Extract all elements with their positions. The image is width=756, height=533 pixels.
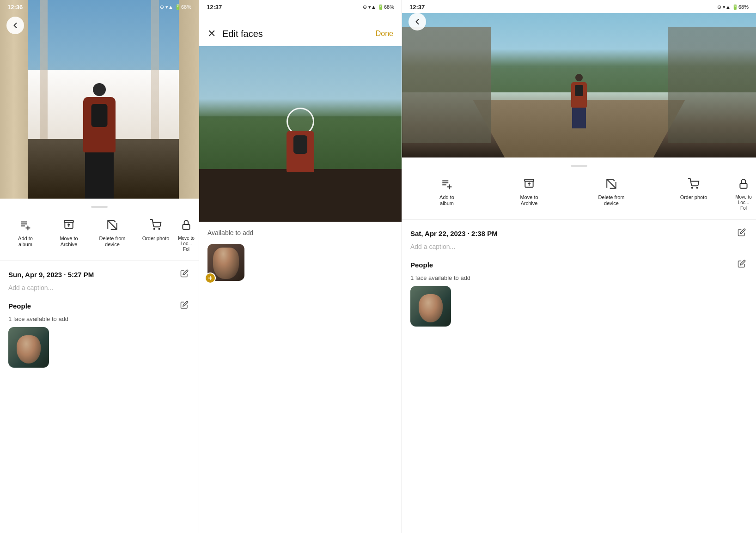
archive-icon <box>63 219 75 231</box>
people-title-1: People <box>8 302 31 310</box>
status-time-1: 12:36 <box>7 4 23 11</box>
svg-rect-4 <box>524 179 534 181</box>
people-subtitle-3: 1 face available to add <box>410 274 748 281</box>
delete-from-device-button-1[interactable]: Delete fromdevice <box>91 215 134 249</box>
playlist-add-icon-3 <box>441 178 453 190</box>
info-section-3: Sat, Apr 22, 2023 · 2:38 PM Add a captio… <box>402 220 756 331</box>
pencil-icon-1 <box>180 269 189 278</box>
bottom-sheet-1: Add toalbum Move toArchive <box>0 199 199 533</box>
status-icons-2: ⊖ ▾▲ 🔋68% <box>363 4 394 10</box>
svg-point-6 <box>697 188 698 188</box>
pencil-icon-people-1 <box>180 301 189 309</box>
svg-rect-3 <box>183 224 189 230</box>
edit-people-button-1[interactable] <box>178 299 190 313</box>
delete-from-device-label-3: Delete fromdevice <box>598 194 625 206</box>
people-section-3: People 1 face available to add <box>410 258 748 327</box>
delete-from-device-button-3[interactable]: Delete fromdevice <box>570 174 652 208</box>
face-thumbnail-1[interactable] <box>8 327 49 368</box>
face-thumbnail-3[interactable] <box>410 286 451 327</box>
photo-3 <box>402 13 756 157</box>
actions-row-3: Add toalbum Move toArchive <box>402 174 756 220</box>
lock-icon-3 <box>738 178 750 190</box>
no-sim-icon-3 <box>605 178 617 190</box>
move-to-archive-label-3: Move toArchive <box>520 194 538 206</box>
add-to-album-button-3[interactable]: Add toalbum <box>406 174 488 208</box>
face-thumbnails-3 <box>410 286 748 327</box>
archive-icon-3 <box>523 178 535 190</box>
person-silhouette-1 <box>83 83 116 199</box>
edit-faces-photo <box>199 46 402 222</box>
move-to-archive-button-1[interactable]: Move toArchive <box>47 215 91 249</box>
back-button-1[interactable] <box>6 17 24 34</box>
order-photo-label-3: Order photo <box>680 194 707 200</box>
playlist-add-icon <box>19 219 31 231</box>
svg-point-1 <box>154 229 155 230</box>
available-to-add-section: Available to add + <box>199 222 402 287</box>
no-sim-icon <box>106 219 118 231</box>
svg-point-5 <box>692 188 693 188</box>
edit-faces-header: ✕ Edit faces Done <box>199 13 402 46</box>
face-thumbnails-1 <box>8 327 190 368</box>
close-button-ef[interactable]: ✕ <box>207 28 216 40</box>
edit-people-button-3[interactable] <box>736 258 748 272</box>
people-section-1: People 1 face available to add <box>8 299 190 368</box>
date-text-3: Sat, Apr 22, 2023 · 2:38 PM <box>410 230 498 237</box>
locked-folder-label-1: Move toLoc...Fol <box>178 236 195 252</box>
person-in-photo-ef <box>282 131 319 195</box>
shopping-cart-icon-3 <box>688 178 700 190</box>
phone-2: 12:37 ⊖ ▾▲ 🔋68% ✕ Edit faces Done Availa… <box>199 0 402 533</box>
status-icons-3: ⊖ ▾▲ 🔋68% <box>717 4 749 10</box>
edit-date-button-3[interactable] <box>736 226 748 240</box>
svg-point-2 <box>159 229 160 230</box>
available-to-add-label: Available to add <box>207 229 393 236</box>
people-subtitle-1: 1 face available to add <box>8 315 190 322</box>
date-text-1: Sun, Apr 9, 2023 · 5:27 PM <box>8 271 94 279</box>
pencil-icon-people-3 <box>738 260 746 268</box>
order-photo-button-3[interactable]: Order photo <box>652 174 735 202</box>
status-bar-2: 12:37 ⊖ ▾▲ 🔋68% <box>199 0 402 13</box>
info-section-1: Sun, Apr 9, 2023 · 5:27 PM Add a caption… <box>0 261 199 372</box>
edit-faces-title: Edit faces <box>222 29 263 39</box>
back-button-3[interactable] <box>408 13 426 30</box>
add-to-album-button-1[interactable]: Add toalbum <box>4 215 47 249</box>
add-to-album-label-1: Add toalbum <box>18 236 33 248</box>
phone-1: 12:36 ⊖ ▾▲ 🔋68% <box>0 0 199 533</box>
phone-3: 12:37 ⊖ ▾▲ 🔋68% <box>402 0 756 533</box>
move-to-locked-folder-button-3[interactable]: Move toLoc...Fol <box>735 174 752 213</box>
pencil-icon-3 <box>738 228 746 236</box>
actions-row-1: Add toalbum Move toArchive <box>0 215 199 261</box>
order-photo-label-1: Order photo <box>142 236 170 242</box>
sheet-handle-1 <box>91 206 108 208</box>
shopping-cart-icon <box>150 219 162 231</box>
caption-placeholder-1[interactable]: Add a caption... <box>8 284 190 291</box>
locked-folder-label-3: Move toLoc...Fol <box>735 194 752 211</box>
person-silhouette-3 <box>571 74 587 128</box>
done-button-ef[interactable]: Done <box>376 30 393 38</box>
edit-date-button-1[interactable] <box>178 267 190 281</box>
add-to-album-label-3: Add toalbum <box>439 194 454 206</box>
svg-rect-7 <box>740 183 747 188</box>
status-time-2: 12:37 <box>207 4 222 11</box>
order-photo-button-1[interactable]: Order photo <box>134 215 177 243</box>
move-to-locked-folder-button-1[interactable]: Move toLoc...Fol <box>177 215 195 254</box>
move-to-archive-label-1: Move toArchive <box>60 236 78 248</box>
status-bar-1: 12:36 ⊖ ▾▲ 🔋68% <box>0 0 199 13</box>
status-time-3: 12:37 <box>409 4 425 11</box>
status-icons-1: ⊖ ▾▲ 🔋68% <box>160 4 191 10</box>
delete-from-device-label-1: Delete fromdevice <box>99 236 126 248</box>
bottom-sheet-3: Add toalbum Move toArchive <box>402 157 756 533</box>
add-face-plus-button[interactable]: + <box>205 273 216 284</box>
svg-rect-0 <box>64 220 73 222</box>
move-to-archive-button-3[interactable]: Move toArchive <box>488 174 570 208</box>
lock-icon <box>180 219 192 231</box>
status-bar-3: 12:37 ⊖ ▾▲ 🔋68% <box>402 0 756 13</box>
caption-placeholder-3[interactable]: Add a caption... <box>410 243 748 250</box>
people-title-3: People <box>410 261 433 269</box>
sheet-handle-3 <box>571 165 587 167</box>
photo-1 <box>0 0 199 199</box>
